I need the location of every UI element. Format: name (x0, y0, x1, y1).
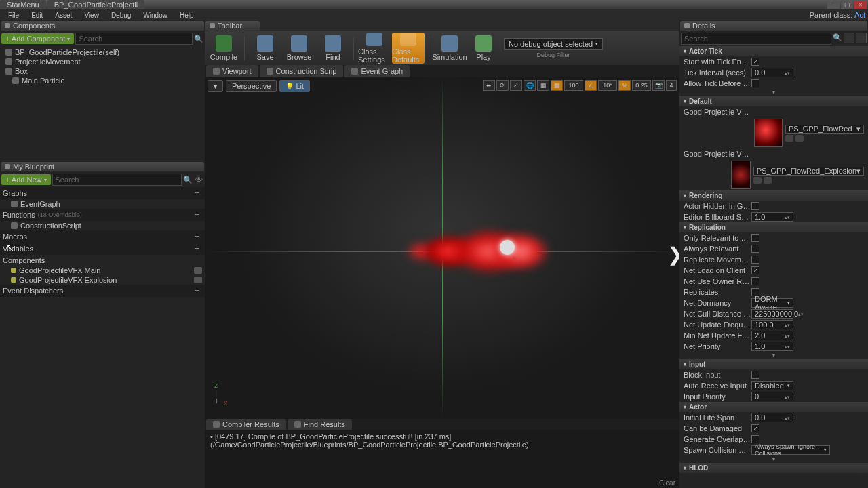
components-search[interactable]: Search (75, 33, 193, 45)
dropdown-dormancy[interactable]: DORM Awake▾ (751, 298, 793, 308)
component-mainparticle[interactable]: Main Particle (0, 76, 205, 85)
debug-object-dropdown[interactable]: No debug object selected▾ (504, 38, 603, 50)
expand-toggle[interactable]: ▾ (679, 455, 868, 463)
dropdown-vfx-main[interactable]: PS_GPP_FlowRed▾ (785, 125, 864, 134)
checkbox-always-relevant[interactable] (751, 245, 760, 253)
title-tab-asset[interactable]: BP_GoodParticleProjectil (47, 0, 145, 9)
add-macro-button[interactable]: + (192, 232, 202, 241)
use-selected-icon[interactable] (753, 177, 762, 184)
checkbox-allow-tick[interactable] (751, 79, 760, 87)
checkbox-only-relevant[interactable] (751, 234, 760, 242)
camera-speed[interactable]: 📷 (652, 80, 665, 91)
search-icon[interactable]: 🔍 (183, 175, 193, 184)
dropdown-auto-receive[interactable]: Disabled▾ (751, 381, 793, 390)
visibility-toggle[interactable] (194, 267, 202, 274)
myblueprint-panel-tab[interactable]: My Blueprint (1, 162, 204, 171)
details-search[interactable]: Search (681, 33, 831, 45)
input-tick-interval[interactable]: 0.0▴▾ (751, 68, 793, 77)
search-icon[interactable]: 🔍 (833, 33, 842, 42)
component-box[interactable]: Box (0, 66, 205, 76)
myblueprint-search[interactable]: Search (52, 174, 182, 186)
scale-snap-value[interactable]: 0.25 (632, 80, 651, 91)
use-selected-icon[interactable] (785, 135, 793, 142)
menu-file[interactable]: File (3, 11, 24, 20)
checkbox-overlap[interactable] (751, 435, 760, 443)
component-projectilemovement[interactable]: ProjectileMovement (0, 57, 205, 66)
thumbnail-vfx-main[interactable] (754, 119, 783, 147)
cat-graphs[interactable]: Graphs+ (0, 187, 205, 199)
cat-replication[interactable]: Replication (679, 222, 868, 232)
add-variable-button[interactable]: + (192, 244, 202, 253)
var-vfx-explosion[interactable]: GoodProjectileVFX Explosion (0, 275, 205, 285)
browse-button[interactable]: Browse (283, 33, 315, 64)
tab-viewport[interactable]: Viewport (206, 65, 258, 77)
next-slide-arrow[interactable]: ❯ (667, 241, 679, 268)
translate-tool[interactable]: ⬌ (483, 80, 495, 91)
input-update-freq[interactable]: 100.0▴▾ (751, 320, 793, 329)
transform-gizmo[interactable]: ✦ (510, 253, 518, 264)
parent-class-link[interactable]: Act (854, 11, 865, 19)
var-vfx-main[interactable]: GoodProjectileVFX Main (0, 266, 205, 275)
add-function-button[interactable]: + (192, 210, 202, 220)
menu-asset[interactable]: Asset (50, 11, 77, 20)
cat-dispatchers[interactable]: Event Dispatchers+ (0, 285, 205, 297)
menu-view[interactable]: View (79, 11, 104, 20)
checkbox-hidden[interactable] (751, 202, 760, 210)
checkbox-net-load[interactable]: ✓ (751, 266, 760, 274)
save-button[interactable]: Save (249, 33, 281, 64)
details-panel-tab[interactable]: Details (680, 21, 867, 30)
checkbox-replicate-movement[interactable] (751, 256, 760, 264)
add-new-button[interactable]: + Add New▾ (1, 174, 51, 185)
find-button[interactable]: Find (317, 33, 349, 64)
browse-icon[interactable] (764, 177, 772, 184)
camera-speed-value[interactable]: 4 (666, 80, 677, 91)
add-graph-button[interactable]: + (192, 188, 202, 198)
maximize-button[interactable]: ▢ (841, 1, 853, 9)
perspective-dropdown[interactable]: Perspective (226, 80, 277, 92)
tab-compiler-results[interactable]: Compiler Results (206, 419, 286, 430)
toolbar-panel-tab[interactable]: Toolbar (205, 21, 260, 30)
eye-icon[interactable]: 👁 (194, 175, 203, 184)
play-button[interactable]: Play (467, 33, 500, 64)
cat-components-vars[interactable]: Components (0, 255, 205, 266)
checkbox-block-input[interactable] (751, 371, 760, 379)
input-input-priority[interactable]: 0▴▾ (751, 392, 793, 401)
input-net-priority[interactable]: 1.0▴▾ (751, 342, 793, 351)
rotate-tool[interactable]: ⟳ (496, 80, 509, 91)
visibility-toggle[interactable] (194, 277, 202, 283)
cat-hlod[interactable]: HLOD (679, 463, 868, 473)
class-defaults-button[interactable]: Class Defaults (392, 33, 425, 64)
scale-snap-toggle[interactable]: % (618, 80, 631, 91)
input-lifespan[interactable]: 0.0▴▾ (751, 413, 793, 422)
expand-toggle[interactable]: ▾ (679, 352, 868, 359)
grid-snap-value[interactable]: 100 (564, 80, 583, 91)
add-component-button[interactable]: + Add Component▾ (1, 33, 74, 44)
add-dispatcher-button[interactable]: + (192, 286, 202, 296)
grid-snap-toggle[interactable]: ▦ (551, 80, 563, 91)
checkbox-damaged[interactable]: ✓ (751, 424, 760, 432)
angle-snap-value[interactable]: 10° (598, 80, 617, 91)
world-local-toggle[interactable]: 🌐 (524, 80, 536, 91)
eye-icon[interactable] (856, 33, 867, 43)
cat-variables[interactable]: Variables+ (0, 243, 205, 255)
input-billboard[interactable]: 1.0▴▾ (751, 212, 793, 222)
browse-icon[interactable] (795, 135, 804, 142)
menu-debug[interactable]: Debug (106, 11, 136, 20)
component-root[interactable]: BP_GoodParticleProjectile(self) (0, 47, 205, 57)
cat-input[interactable]: Input (679, 359, 868, 369)
surface-snap[interactable]: ▦ (537, 80, 549, 91)
expand-toggle[interactable]: ▾ (679, 89, 868, 96)
cat-macros[interactable]: Macros+ (0, 230, 205, 243)
simulation-button[interactable]: Simulation (433, 33, 466, 64)
property-matrix-button[interactable] (844, 33, 854, 43)
components-panel-tab[interactable]: Components (1, 21, 204, 30)
cat-functions[interactable]: Functions(18 Overridable)+ (0, 209, 205, 221)
tab-find-results[interactable]: Find Results (288, 419, 352, 430)
tab-construction-script[interactable]: Construction Scrip (260, 65, 344, 77)
cat-actor[interactable]: Actor (679, 402, 868, 412)
checkbox-start-tick[interactable]: ✓ (751, 58, 760, 66)
close-button[interactable]: × (854, 1, 867, 9)
title-tab-starmenu[interactable]: StarMenu (0, 0, 46, 9)
dropdown-vfx-explosion[interactable]: PS_GPP_FlowRed_Explosion▾ (753, 167, 864, 176)
viewport[interactable]: ▾ Perspective 💡Lit ⬌ ⟳ ⤢ 🌐 ▦ ▦ 100 ∠ 10°… (205, 77, 679, 419)
